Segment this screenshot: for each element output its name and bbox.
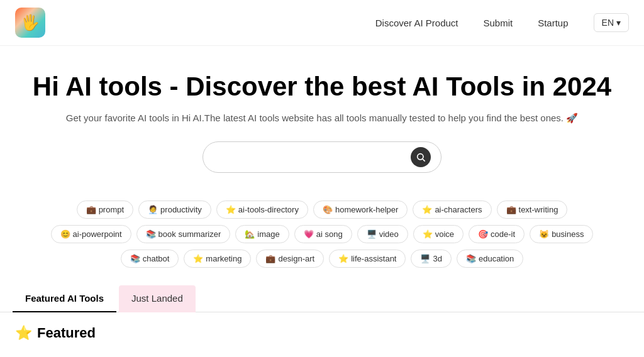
tag-chip-code-it[interactable]: 🎯code-it (469, 225, 525, 243)
tag-chip-ai-powerpoint[interactable]: 😊ai-powerpoint (51, 225, 131, 243)
tag-emoji: 📚 (466, 254, 476, 263)
tag-emoji: 🎯 (478, 229, 488, 239)
tag-label: 3d (433, 254, 441, 263)
tags-section: 💼prompt🧑‍💼productivity⭐ai-tools-director… (0, 200, 644, 268)
featured-section: ⭐ Featured (0, 312, 644, 354)
tag-label: prompt (99, 205, 124, 214)
tag-label: business (552, 229, 584, 239)
tag-label: ai-characters (435, 205, 482, 214)
nav-item-submit[interactable]: Submit (483, 18, 513, 28)
tag-label: life-assistant (351, 254, 396, 263)
tag-chip-business[interactable]: 😺business (530, 225, 593, 243)
search-container (13, 141, 631, 173)
nav: Discover AI Product Submit Startup EN ▾ (375, 13, 629, 32)
tag-emoji: 😺 (539, 229, 549, 239)
tag-chip-ai-song[interactable]: 💗ai song (294, 225, 352, 243)
svg-point-0 (418, 154, 423, 160)
nav-item-startup[interactable]: Startup (538, 18, 568, 28)
tab-featured-ai-tools[interactable]: Featured AI Tools (13, 285, 116, 312)
search-icon (416, 152, 426, 162)
tabs-section: Featured AI Tools Just Landed (0, 285, 644, 312)
tag-label: code-it (491, 229, 515, 239)
tag-chip-prompt[interactable]: 💼prompt (77, 200, 133, 219)
tag-label: productivity (160, 205, 202, 214)
featured-label: Featured (37, 325, 96, 341)
search-box (203, 141, 441, 173)
hero-title: Hi AI tools - Discover the best AI Tools… (13, 71, 631, 102)
tag-emoji: 💼 (506, 205, 516, 214)
search-input[interactable] (213, 152, 411, 163)
tag-label: book summarizer (158, 229, 221, 239)
tag-emoji: 🏡 (245, 229, 255, 239)
tag-emoji: 🖥️ (420, 254, 430, 263)
tag-chip-image[interactable]: 🏡image (235, 225, 289, 243)
featured-heading: ⭐ Featured (15, 325, 629, 341)
logo-icon: 🖐️ (15, 8, 45, 38)
svg-line-1 (423, 159, 425, 162)
tag-label: design-art (278, 254, 314, 263)
tag-label: ai song (316, 229, 343, 239)
tag-chip-text-writing[interactable]: 💼text-writing (497, 200, 568, 219)
tag-emoji: 📚 (130, 254, 140, 263)
tag-emoji: 🖥️ (367, 229, 377, 239)
tags-row-1: 💼prompt🧑‍💼productivity⭐ai-tools-director… (77, 200, 568, 219)
tab-just-landed[interactable]: Just Landed (119, 285, 196, 312)
tag-label: education (479, 254, 514, 263)
tag-chip-marketing[interactable]: ⭐marketing (184, 250, 251, 268)
featured-star-icon: ⭐ (15, 325, 32, 341)
tag-label: image (257, 229, 279, 239)
tag-emoji: 😊 (60, 229, 70, 239)
tag-emoji: ⭐ (226, 205, 236, 214)
tag-emoji: ⭐ (422, 205, 432, 214)
tag-label: homework-helper (335, 205, 398, 214)
tag-emoji: 💗 (304, 229, 314, 239)
tag-emoji: ⭐ (193, 254, 203, 263)
tag-emoji: 🎨 (323, 205, 333, 214)
tag-chip-education[interactable]: 📚education (457, 250, 523, 268)
tag-chip-chatbot[interactable]: 📚chatbot (121, 250, 179, 268)
tag-label: chatbot (143, 254, 170, 263)
tag-chip-life-assistant[interactable]: ⭐life-assistant (329, 250, 406, 268)
tags-row-2: 😊ai-powerpoint📚book summarizer🏡image💗ai … (51, 225, 594, 243)
tag-emoji: 💼 (86, 205, 96, 214)
language-selector[interactable]: EN ▾ (594, 13, 629, 32)
tag-label: marketing (206, 254, 242, 263)
tag-emoji: 🧑‍💼 (148, 205, 158, 214)
header: 🖐️ Discover AI Product Submit Startup EN… (0, 0, 644, 46)
search-button[interactable] (411, 147, 431, 167)
chevron-down-icon: ▾ (616, 18, 621, 28)
tag-emoji: ⭐ (423, 229, 433, 239)
tag-chip-design-art[interactable]: 💼design-art (256, 250, 324, 268)
tag-emoji: 💼 (265, 254, 275, 263)
tag-label: text-writing (519, 205, 558, 214)
tag-chip-ai-tools-directory[interactable]: ⭐ai-tools-directory (216, 200, 308, 219)
tag-label: ai-powerpoint (73, 229, 122, 239)
tag-label: video (379, 229, 399, 239)
tag-emoji: 📚 (146, 229, 156, 239)
tag-label: voice (435, 229, 454, 239)
tags-row-3: 📚chatbot⭐marketing💼design-art⭐life-assis… (121, 250, 524, 268)
tag-chip-homework-helper[interactable]: 🎨homework-helper (313, 200, 408, 219)
tag-label: ai-tools-directory (238, 205, 299, 214)
tag-chip-book-summarizer[interactable]: 📚book summarizer (136, 225, 231, 243)
tag-emoji: ⭐ (338, 254, 348, 263)
logo-area[interactable]: 🖐️ (15, 8, 45, 38)
tag-chip-voice[interactable]: ⭐voice (413, 225, 464, 243)
hero-subtitle: Get your favorite AI tools in Hi AI.The … (13, 113, 631, 124)
nav-item-discover[interactable]: Discover AI Product (375, 18, 458, 28)
tag-chip-3d[interactable]: 🖥️3d (411, 250, 451, 268)
tag-chip-ai-characters[interactable]: ⭐ai-characters (413, 200, 491, 219)
tag-chip-video[interactable]: 🖥️video (357, 225, 408, 243)
tag-chip-productivity[interactable]: 🧑‍💼productivity (138, 200, 211, 219)
lang-label: EN (602, 18, 614, 28)
hero-section: Hi AI tools - Discover the best AI Tools… (0, 46, 644, 200)
